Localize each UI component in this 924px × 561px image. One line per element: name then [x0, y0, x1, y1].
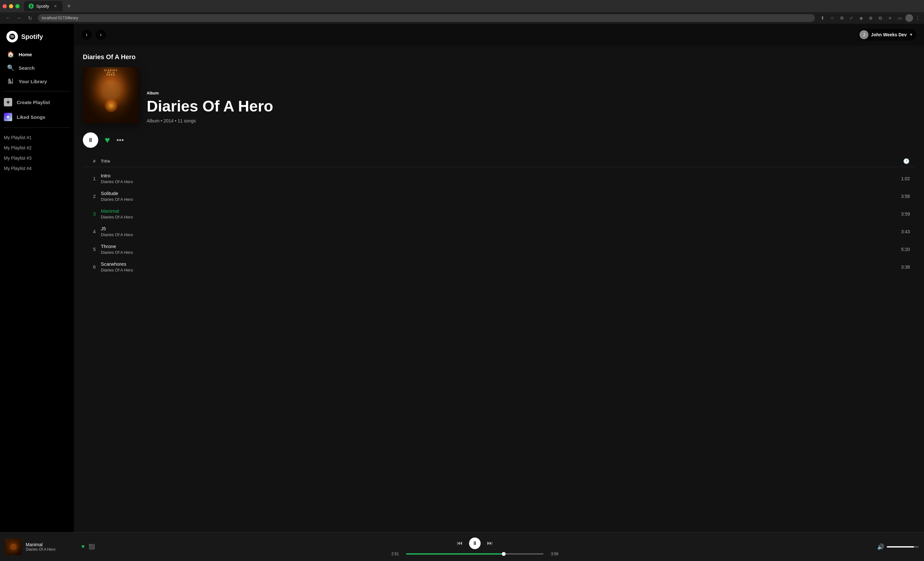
user-profile-btn[interactable]: J John Weeks Dev ▼ [858, 29, 916, 41]
track-duration: 3:58 [891, 194, 910, 199]
sidebar-item-create-playlist[interactable]: + Create Playlist [0, 95, 74, 110]
track-duration: 3:38 [891, 265, 910, 269]
tab-favicon: S [28, 3, 34, 9]
forward-arrow-btn[interactable]: › [96, 30, 106, 40]
album-more-btn[interactable]: ••• [117, 136, 124, 144]
now-playing-info: Manimal Diaries Of A Hero [26, 542, 77, 552]
sidebar-playlist-4[interactable]: My Playlist #4 [4, 163, 70, 173]
track-number: 4 [88, 229, 101, 234]
browser-user-avatar[interactable] [905, 14, 913, 22]
sidebar-divider-2 [4, 128, 70, 128]
logo-text: Spotify [21, 33, 43, 41]
track-rows-container: 1 Intro Diaries Of A Hero 1:02 2 Solitud… [83, 170, 915, 276]
extension-icon-1[interactable]: ⚙ [838, 14, 846, 22]
player-heart-btn[interactable]: ♥ [81, 543, 85, 550]
tab-close-btn[interactable]: ✕ [53, 3, 58, 9]
spotify-logo-icon [6, 31, 18, 42]
track-artist: Diaries Of A Hero [101, 268, 891, 272]
browser-back-btn[interactable]: ← [4, 14, 12, 22]
share-icon[interactable]: ⬆ [819, 14, 826, 22]
extension-icon-2[interactable]: ✓ [848, 14, 855, 22]
maximize-window-btn[interactable] [15, 4, 20, 8]
player-pause-btn[interactable]: ⏸ [469, 537, 481, 549]
track-row[interactable]: 2 Solitude Diaries Of A Hero 3:58 [83, 187, 915, 205]
track-artist: Diaries Of A Hero [101, 232, 891, 237]
browser-more-btn[interactable]: ⋮ [915, 15, 920, 21]
traffic-lights [3, 4, 20, 8]
player-controls: ⏮ ⏸ ⏭ 2:51 3:59 [100, 537, 849, 556]
current-time: 2:51 [392, 552, 403, 556]
sidebar-home-label: Home [19, 52, 32, 57]
sidebar-item-search[interactable]: 🔍 Search [3, 61, 70, 75]
track-title: Manimal [101, 208, 891, 214]
browser-actions: ⬆ ☆ ⚙ ✓ ◈ ⊕ ⧉ ≡ ▭ ⋮ [819, 14, 920, 22]
track-duration: 3:59 [891, 211, 910, 217]
col-number: # [88, 159, 101, 164]
album-cover: DIARIESOF AHERO [83, 67, 139, 123]
extension-icon-6[interactable]: ≡ [886, 14, 894, 22]
close-window-btn[interactable] [3, 4, 7, 8]
main-header: ‹ › J John Weeks Dev ▼ [74, 24, 924, 46]
create-playlist-icon: + [4, 98, 12, 106]
track-duration: 3:43 [891, 229, 910, 234]
track-row[interactable]: 6 Scarwhores Diaries Of A Hero 3:38 [83, 258, 915, 276]
track-info: Intro Diaries Of A Hero [101, 173, 891, 184]
progress-row: 2:51 3:59 [392, 552, 558, 556]
minimize-window-btn[interactable] [9, 4, 13, 8]
track-row[interactable]: 1 Intro Diaries Of A Hero 1:02 [83, 170, 915, 187]
extension-icon-5[interactable]: ⧉ [876, 14, 884, 22]
extension-icon-4[interactable]: ⊕ [867, 14, 874, 22]
track-info: J5 Diaries Of A Hero [101, 226, 891, 237]
player-screen-btn[interactable]: ⬛ [88, 544, 95, 550]
sidebar-playlist-1[interactable]: My Playlist #1 [4, 132, 70, 143]
sidebar-divider [4, 91, 70, 92]
track-number: 3 [88, 211, 101, 217]
track-row[interactable]: 5 Throne Diaries Of A Hero 5:20 [83, 240, 915, 258]
clock-icon: 🕐 [903, 158, 910, 164]
sidebar-library-label: Your Library [19, 79, 47, 84]
tab-bar: S Spotify ✕ + [0, 0, 924, 12]
skip-back-btn[interactable]: ⏮ [457, 540, 463, 546]
bookmark-icon[interactable]: ☆ [828, 14, 836, 22]
track-row[interactable]: 3 Manimal Diaries Of A Hero 3:59 [83, 205, 915, 223]
sidebar-playlist-3[interactable]: My Playlist #3 [4, 153, 70, 163]
album-pause-btn[interactable]: ⏸ [83, 132, 98, 148]
active-tab[interactable]: S Spotify ✕ [24, 1, 63, 11]
progress-fill [406, 553, 504, 555]
browser-forward-btn[interactable]: → [15, 14, 23, 22]
sidebar: Spotify 🏠 Home 🔍 Search Your Library [0, 24, 74, 532]
volume-fill [887, 546, 914, 547]
split-view-icon[interactable]: ▭ [896, 14, 903, 22]
progress-thumb [502, 552, 506, 556]
volume-icon[interactable]: 🔊 [877, 543, 884, 550]
progress-bar[interactable] [406, 553, 543, 555]
album-type: Album [147, 91, 915, 95]
now-playing-title: Manimal [26, 542, 77, 547]
track-artist: Diaries Of A Hero [101, 250, 891, 255]
track-row[interactable]: 4 J5 Diaries Of A Hero 3:43 [83, 223, 915, 240]
col-duration: 🕐 [891, 158, 910, 164]
album-heart-btn[interactable]: ♥ [105, 135, 110, 145]
tab-title: Spotify [36, 4, 49, 9]
album-title: Diaries Of A Hero [147, 98, 915, 115]
sidebar-item-liked-songs[interactable]: ♥ Liked Songs [0, 110, 74, 124]
track-title: Scarwhores [101, 261, 891, 267]
skip-forward-btn[interactable]: ⏭ [487, 540, 493, 546]
sidebar-item-library[interactable]: Your Library [3, 75, 70, 88]
album-controls: ⏸ ♥ ••• [83, 132, 915, 148]
app-container: Spotify 🏠 Home 🔍 Search Your Library [0, 24, 924, 532]
address-bar[interactable]: localhost:5173/library [38, 14, 815, 22]
volume-bar[interactable] [887, 546, 919, 547]
back-arrow-btn[interactable]: ‹ [81, 30, 92, 40]
new-tab-btn[interactable]: + [64, 2, 74, 11]
sidebar-playlist-2[interactable]: My Playlist #2 [4, 143, 70, 153]
track-list: # Title 🕐 1 Intro Diaries Of A Hero 1:02… [83, 155, 915, 276]
sidebar-nav: 🏠 Home 🔍 Search Your Library [0, 48, 74, 88]
track-title: Intro [101, 173, 891, 178]
track-duration: 1:02 [891, 176, 910, 181]
album-meta: Album • 2014 • 11 songs [147, 118, 915, 123]
sidebar-item-home[interactable]: 🏠 Home [3, 48, 70, 61]
browser-refresh-btn[interactable]: ↻ [26, 14, 34, 22]
extension-icon-3[interactable]: ◈ [857, 14, 865, 22]
track-info: Scarwhores Diaries Of A Hero [101, 261, 891, 272]
